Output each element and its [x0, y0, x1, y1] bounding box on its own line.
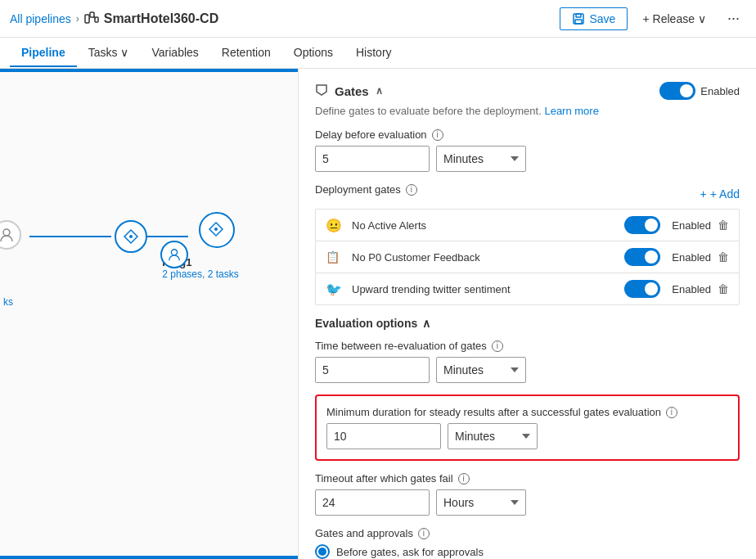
- gates-title: Gates: [335, 84, 369, 98]
- chevron-down-icon: ∨: [698, 12, 706, 25]
- gates-approvals-label: Gates and approvals i: [315, 527, 740, 539]
- ring1-node[interactable]: Ring1 2 phases, 2 tasks: [139, 212, 254, 280]
- svg-rect-7: [575, 20, 582, 24]
- main-content: Ring1 2 phases, 2 tasks ks: [0, 69, 756, 559]
- twitter-delete-icon[interactable]: 🗑: [718, 282, 729, 295]
- svg-line-4: [94, 16, 95, 19]
- feedback-toggle[interactable]: [624, 248, 660, 266]
- time-between-info-icon[interactable]: i: [492, 340, 503, 352]
- feedback-delete-icon[interactable]: 🗑: [718, 250, 729, 264]
- gates-section-header: Gates ∧ Enabled: [315, 82, 740, 100]
- person-node: [0, 220, 21, 250]
- twitter-actions: Enabled 🗑: [624, 280, 729, 298]
- ring1-sublabel: 2 phases, 2 tasks: [162, 268, 238, 280]
- feedback-actions: Enabled 🗑: [624, 248, 729, 266]
- save-button[interactable]: Save: [560, 7, 628, 30]
- delay-unit-select[interactable]: Minutes Hours Days: [436, 146, 526, 172]
- pipeline-icon: [84, 11, 99, 26]
- tab-history[interactable]: History: [344, 39, 403, 67]
- time-between-label: Time between re-evaluation of gates i: [315, 340, 740, 352]
- min-duration-box: Minimum duration for steady results afte…: [315, 394, 740, 461]
- gates-approvals-info-icon[interactable]: i: [418, 528, 430, 539]
- release-button[interactable]: + Release ∨: [634, 8, 714, 29]
- gates-icon: [315, 83, 328, 99]
- nav-tabs: Pipeline Tasks ∨ Variables Retention Opt…: [0, 38, 756, 69]
- breadcrumb-chevron: ›: [76, 13, 79, 25]
- delay-input[interactable]: [315, 146, 430, 172]
- twitter-toggle[interactable]: [624, 280, 660, 298]
- before-gates-option[interactable]: Before gates, ask for approvals: [315, 544, 740, 559]
- right-panel: Gates ∧ Enabled Define gates to evaluate…: [299, 69, 756, 559]
- deployment-gates-info-icon[interactable]: i: [406, 184, 417, 196]
- before-gates-radio[interactable]: [315, 544, 330, 559]
- gate-item-alerts: 😐 No Active Alerts Enabled 🗑: [316, 210, 739, 241]
- svg-rect-1: [90, 12, 94, 17]
- svg-rect-6: [576, 14, 581, 17]
- gates-collapse-icon[interactable]: ∧: [376, 85, 383, 97]
- svg-point-11: [171, 250, 177, 255]
- svg-point-9: [129, 235, 133, 238]
- before-gates-label: Before gates, ask for approvals: [336, 546, 484, 558]
- connector-line-1: [29, 236, 111, 237]
- gate-item-twitter: 🐦 Upward trending twitter sentiment Enab…: [316, 273, 739, 304]
- alerts-delete-icon[interactable]: 🗑: [718, 219, 729, 232]
- tab-pipeline[interactable]: Pipeline: [10, 39, 77, 67]
- gates-toggle[interactable]: [659, 82, 695, 100]
- tab-tasks[interactable]: Tasks ∨: [77, 39, 141, 67]
- timeout-info-icon[interactable]: i: [458, 473, 470, 485]
- min-duration-info-icon[interactable]: i: [666, 407, 677, 418]
- gate-item-feedback: 📋 No P0 Customer Feedback Enabled 🗑: [316, 241, 739, 273]
- timeout-input[interactable]: [315, 489, 430, 516]
- time-between-unit-select[interactable]: Minutes Hours Days: [436, 357, 526, 383]
- timeout-label: Timeout after which gates fail i: [315, 472, 740, 485]
- deployment-gates-label: Deployment gates i: [315, 183, 417, 196]
- more-button[interactable]: ···: [721, 6, 746, 31]
- min-duration-input[interactable]: [326, 423, 441, 449]
- gates-description: Define gates to evaluate before the depl…: [315, 105, 740, 117]
- delay-info-icon[interactable]: i: [432, 129, 443, 141]
- delay-field-row: Minutes Hours Days: [315, 146, 740, 172]
- add-gate-button[interactable]: + + Add: [700, 187, 740, 201]
- eval-collapse-icon: ∧: [422, 317, 430, 330]
- tab-options[interactable]: Options: [282, 39, 344, 67]
- gate-list: 😐 No Active Alerts Enabled 🗑 📋 No P0 Cus…: [315, 209, 740, 305]
- tab-variables[interactable]: Variables: [140, 39, 209, 67]
- time-between-input[interactable]: [315, 357, 430, 383]
- alerts-toggle[interactable]: [624, 216, 660, 234]
- blue-bar-bottom: [0, 556, 298, 559]
- alerts-enabled-label: Enabled: [672, 219, 711, 232]
- tasks-arrow-icon: ∨: [120, 46, 128, 59]
- min-duration-field-row: Minutes Hours Days: [326, 423, 728, 449]
- pipeline-title: SmartHotel360-CD: [104, 11, 218, 26]
- topbar: All pipelines › SmartHotel360-CD Save + …: [0, 0, 756, 38]
- twitter-enabled-label: Enabled: [672, 283, 711, 295]
- eval-header[interactable]: Evaluation options ∧: [315, 317, 740, 330]
- add-label: + Add: [710, 187, 740, 201]
- release-label: Release: [653, 12, 695, 25]
- deployment-gates-row: Deployment gates i + + Add: [315, 183, 740, 204]
- timeout-unit-select[interactable]: Minutes Hours Days: [436, 489, 526, 516]
- time-between-field-row: Minutes Hours Days: [315, 357, 740, 383]
- save-icon: [572, 12, 585, 25]
- topbar-right: Save + Release ∨ ···: [560, 6, 747, 31]
- gates-title-container: Gates ∧: [315, 83, 383, 99]
- min-duration-label: Minimum duration for steady results afte…: [326, 406, 728, 418]
- ring1-person-node: [160, 241, 188, 268]
- learn-more-link[interactable]: Learn more: [544, 105, 598, 117]
- all-pipelines-link[interactable]: All pipelines: [10, 12, 71, 25]
- svg-rect-2: [95, 17, 98, 22]
- feedback-enabled-label: Enabled: [672, 251, 711, 264]
- feedback-icon: 📋: [326, 250, 344, 264]
- min-duration-unit-select[interactable]: Minutes Hours Days: [448, 423, 538, 449]
- eval-section: Evaluation options ∧ Time between re-eva…: [315, 317, 740, 559]
- feedback-name[interactable]: No P0 Customer Feedback: [352, 251, 624, 264]
- plus-icon: +: [642, 12, 649, 25]
- alerts-icon: 😐: [326, 218, 344, 233]
- tab-retention[interactable]: Retention: [210, 39, 282, 67]
- twitter-name[interactable]: Upward trending twitter sentiment: [352, 283, 624, 295]
- pipeline-canvas: Ring1 2 phases, 2 tasks ks: [0, 69, 298, 559]
- alerts-name[interactable]: No Active Alerts: [352, 219, 624, 232]
- eval-title: Evaluation options: [315, 317, 417, 330]
- left-panel: Ring1 2 phases, 2 tasks ks: [0, 69, 299, 559]
- svg-rect-0: [85, 15, 89, 23]
